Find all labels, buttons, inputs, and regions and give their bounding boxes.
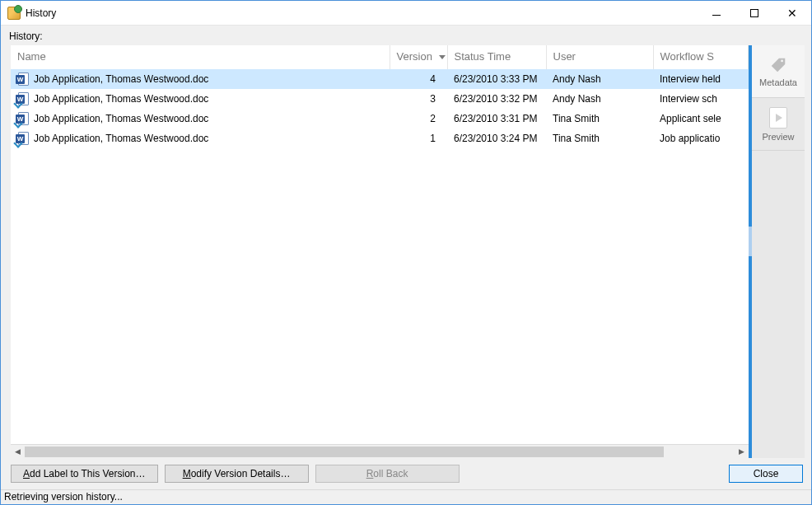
cell-user: Tina Smith	[546, 109, 653, 129]
word-doc-icon: W	[17, 92, 30, 105]
cell-workflow: Interview held	[653, 69, 749, 89]
file-name: Job Application, Thomas Westwood.doc	[34, 113, 208, 124]
cell-user: Tina Smith	[546, 129, 653, 148]
word-doc-icon: W	[17, 72, 30, 86]
tab-preview[interactable]: Preview	[752, 98, 805, 151]
app-icon	[7, 7, 21, 20]
scroll-thumb[interactable]	[25, 447, 664, 457]
close-button-label: Close	[754, 468, 779, 479]
column-header-version[interactable]: Version	[390, 45, 447, 69]
cell-status-time: 6/23/2010 3:32 PM	[447, 89, 546, 109]
cell-name: WJob Application, Thomas Westwood.doc	[11, 109, 390, 129]
cell-status-time: 6/23/2010 3:24 PM	[447, 129, 546, 148]
sort-desc-icon	[439, 55, 446, 59]
tab-metadata[interactable]: Metadata	[752, 45, 805, 98]
cell-workflow: Job applicatio	[653, 129, 749, 148]
status-text: Retrieving version history...	[4, 491, 123, 503]
preview-icon	[769, 107, 787, 129]
close-button[interactable]: Close	[729, 465, 803, 483]
cell-name: WJob Application, Thomas Westwood.doc	[11, 129, 390, 148]
cell-workflow: Applicant sele	[653, 109, 749, 129]
cell-status-time: 6/23/2010 3:31 PM	[447, 109, 546, 129]
modify-text: odify Version Details…	[191, 468, 291, 479]
column-header-workflow[interactable]: Workflow S	[653, 45, 749, 69]
tab-metadata-label: Metadata	[759, 77, 797, 87]
content-area: History: Name	[1, 26, 811, 489]
history-grid: Name Version Status Time User Workflow S	[11, 45, 749, 148]
add-label-text: dd Label to This Version…	[30, 468, 146, 479]
main-row: Name Version Status Time User Workflow S	[1, 45, 811, 458]
column-header-user[interactable]: User	[546, 45, 653, 69]
button-bar: Add Label to This Version… Modify Versio…	[1, 458, 811, 489]
window-controls: ✕	[698, 1, 811, 25]
titlebar: History ✕	[1, 1, 811, 26]
horizontal-scrollbar[interactable]: ◀ ▶	[11, 444, 749, 458]
file-name: Job Application, Thomas Westwood.doc	[34, 73, 208, 85]
cell-status-time: 6/23/2010 3:33 PM	[447, 69, 546, 89]
tab-preview-label: Preview	[762, 132, 794, 142]
scroll-track[interactable]	[25, 445, 735, 458]
rollback-button[interactable]: Roll Back	[315, 465, 460, 483]
minimize-button[interactable]	[698, 1, 735, 25]
table-row[interactable]: WJob Application, Thomas Westwood.doc36/…	[11, 89, 749, 109]
rollback-text: oll Back	[373, 468, 408, 479]
modify-details-button[interactable]: Modify Version Details…	[165, 465, 309, 483]
maximize-icon	[750, 9, 758, 17]
scroll-left-arrow-icon[interactable]: ◀	[11, 445, 25, 459]
table-row[interactable]: WJob Application, Thomas Westwood.doc46/…	[11, 69, 749, 89]
word-doc-icon: W	[17, 132, 30, 145]
history-grid-scroll[interactable]: Name Version Status Time User Workflow S	[11, 45, 749, 444]
cell-version: 3	[390, 89, 447, 109]
side-tabs: Metadata Preview	[752, 45, 805, 458]
cell-name: WJob Application, Thomas Westwood.doc	[11, 69, 390, 89]
column-header-status-time[interactable]: Status Time	[447, 45, 546, 69]
table-row[interactable]: WJob Application, Thomas Westwood.doc26/…	[11, 109, 749, 129]
status-bar: Retrieving version history...	[1, 489, 811, 504]
scroll-right-arrow-icon[interactable]: ▶	[735, 445, 749, 459]
cell-version: 4	[390, 69, 447, 89]
maximize-button[interactable]	[735, 1, 773, 25]
close-icon: ✕	[787, 7, 797, 19]
file-name: Job Application, Thomas Westwood.doc	[34, 133, 208, 144]
cell-workflow: Interview sch	[653, 89, 749, 109]
side-scroll-handle[interactable]	[749, 227, 752, 256]
cell-user: Andy Nash	[546, 89, 653, 109]
history-window: History ✕ History:	[0, 0, 812, 505]
word-doc-icon: W	[17, 112, 30, 125]
add-label-button[interactable]: Add Label to This Version…	[11, 465, 158, 483]
file-name: Job Application, Thomas Westwood.doc	[34, 93, 208, 105]
cell-version: 2	[390, 109, 447, 129]
cell-version: 1	[390, 129, 447, 148]
tag-icon	[769, 56, 787, 74]
window-title: History	[26, 7, 56, 19]
history-label: History:	[1, 26, 811, 45]
history-grid-wrap: Name Version Status Time User Workflow S	[11, 45, 752, 458]
table-row[interactable]: WJob Application, Thomas Westwood.doc16/…	[11, 129, 749, 148]
cell-name: WJob Application, Thomas Westwood.doc	[11, 89, 390, 109]
minimize-icon	[712, 15, 721, 16]
cell-user: Andy Nash	[546, 69, 653, 89]
close-window-button[interactable]: ✕	[773, 1, 811, 25]
column-header-name[interactable]: Name	[11, 45, 390, 69]
